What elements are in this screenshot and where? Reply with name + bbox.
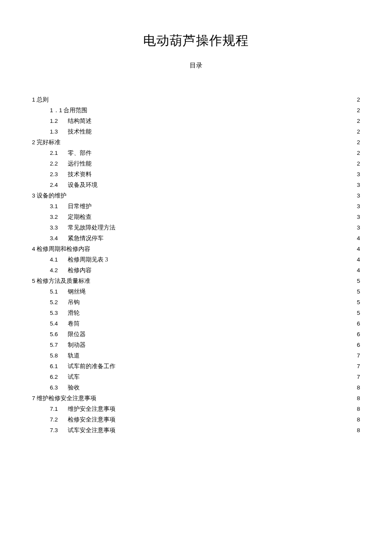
toc-entry-label: 结构简述: [68, 116, 92, 126]
toc-entry-page: 3: [356, 169, 360, 180]
toc-entry: 5.2吊钩5: [32, 297, 360, 308]
toc-entry: 4.2检修内容4: [32, 265, 360, 276]
toc-entry-page: 3: [356, 180, 360, 190]
toc-entry-number: 5.2: [50, 297, 68, 308]
toc-entry: 1.3技术性能2: [32, 126, 360, 137]
table-of-contents: 1总则21．1合用范围21.2结构简述21.3技术性能22完好标准22.1零、部…: [32, 94, 360, 436]
toc-entry: 1总则2: [32, 94, 360, 105]
toc-entry: 3设备的维护3: [32, 190, 360, 201]
toc-entry-label: 技术性能: [68, 126, 92, 137]
toc-entry-page: 4: [356, 265, 360, 276]
toc-entry-label: 轨道: [68, 350, 80, 361]
toc-entry-page: 3: [356, 190, 360, 201]
toc-entry-page: 3: [356, 222, 360, 233]
toc-entry-page: 2: [356, 158, 360, 169]
toc-entry-page: 5: [356, 308, 360, 318]
toc-entry-label: 零、部件: [68, 148, 92, 158]
toc-entry-label: 制动器: [68, 340, 86, 350]
toc-entry-number: 3.4: [50, 233, 68, 244]
toc-entry-label: 试车: [68, 372, 80, 382]
toc-entry-label: 卷筒: [68, 318, 80, 329]
toc-entry-label: 远行性能: [68, 158, 92, 169]
toc-entry-page: 7: [356, 350, 360, 361]
toc-entry: 3.3常见故障处理方法3: [32, 222, 360, 233]
toc-entry-page: 7: [356, 372, 360, 382]
toc-entry-label: 验收: [68, 382, 80, 393]
toc-entry-label: 钢丝绳: [68, 286, 86, 297]
toc-entry-number: 4.2: [50, 265, 68, 276]
toc-entry-page: 7: [356, 361, 360, 372]
toc-entry-page: 2: [356, 126, 360, 137]
toc-entry-page: 5: [356, 276, 360, 286]
toc-entry: 1．1合用范围2: [32, 105, 360, 116]
toc-entry-label: 滑轮: [68, 308, 80, 318]
toc-entry-number: 2.2: [50, 158, 68, 169]
toc-entry: 2.4设备及环境3: [32, 180, 360, 190]
document-subtitle: 目录: [32, 61, 360, 70]
toc-entry-number: 6.3: [50, 382, 68, 393]
toc-entry-label: 检修周期见表 3: [68, 254, 108, 265]
toc-entry-number: 7.2: [50, 414, 68, 425]
toc-entry-label: 常见故障处理方法: [68, 222, 115, 233]
toc-entry-label: 设备及环境: [68, 180, 98, 190]
toc-entry: 6.2试车7: [32, 372, 360, 382]
toc-entry: 2.1零、部件2: [32, 148, 360, 158]
toc-entry-number: 5.1: [50, 286, 68, 297]
toc-entry: 5.4卷筒6: [32, 318, 360, 329]
toc-entry: 5.8轨道7: [32, 350, 360, 361]
toc-entry: 3.1日常维护3: [32, 201, 360, 212]
toc-entry-page: 8: [356, 404, 360, 414]
toc-entry: 2完好标准2: [32, 137, 360, 148]
toc-entry-page: 5: [356, 297, 360, 308]
toc-entry-page: 2: [356, 94, 360, 105]
toc-entry-label: 紧急情况停车: [68, 233, 104, 244]
toc-entry-number: 4.1: [50, 254, 68, 265]
toc-entry-label: 检修内容: [68, 265, 92, 276]
toc-entry-page: 2: [356, 116, 360, 126]
toc-entry-label: 试车安全注意事项: [68, 425, 115, 436]
toc-entry-number: 7.1: [50, 404, 68, 414]
toc-entry-number: 5.4: [50, 318, 68, 329]
toc-entry-label: 2完好标准: [32, 137, 61, 148]
toc-entry-label: 试车前的准备工作: [68, 361, 115, 372]
toc-entry-page: 2: [356, 105, 360, 116]
toc-entry-page: 8: [356, 382, 360, 393]
toc-entry-page: 4: [356, 233, 360, 244]
toc-entry-label: 维护安全注意事项: [68, 404, 115, 414]
toc-entry-number: 2.4: [50, 180, 68, 190]
toc-entry-page: 6: [356, 318, 360, 329]
toc-entry: 3.4紧急情况停车4: [32, 233, 360, 244]
toc-entry-label: 4检修周期和检修内容: [32, 244, 90, 254]
toc-entry-number: 6.2: [50, 372, 68, 382]
toc-entry-page: 3: [356, 212, 360, 222]
toc-entry-page: 3: [356, 201, 360, 212]
toc-entry-number: 6.1: [50, 361, 68, 372]
toc-entry-label: 1．1合用范围: [50, 105, 87, 116]
toc-entry-page: 5: [356, 286, 360, 297]
toc-entry: 5检修方法及质量标准5: [32, 276, 360, 286]
toc-entry-label: 1总则: [32, 94, 49, 105]
toc-entry-number: 2.1: [50, 148, 68, 158]
toc-entry-number: 1.3: [50, 126, 68, 137]
toc-entry-number: 7.3: [50, 425, 68, 436]
toc-entry-number: 3.3: [50, 222, 68, 233]
toc-entry-label: 定期检查: [68, 212, 92, 222]
toc-entry-number: 2.3: [50, 169, 68, 180]
toc-entry-label: 3设备的维护: [32, 190, 66, 201]
toc-entry: 7维护检修安全注意事项8: [32, 393, 360, 404]
toc-entry-number: 5.6: [50, 329, 68, 340]
toc-entry-page: 4: [356, 254, 360, 265]
toc-entry: 6.1试车前的准备工作7: [32, 361, 360, 372]
toc-entry: 2.3技术资料3: [32, 169, 360, 180]
toc-entry-number: 5.7: [50, 340, 68, 350]
toc-entry: 4检修周期和检修内容4: [32, 244, 360, 254]
toc-entry-label: 检修安全注意事项: [68, 414, 115, 425]
toc-entry: 7.1维护安全注意事项8: [32, 404, 360, 414]
toc-entry: 5.1钢丝绳5: [32, 286, 360, 297]
toc-entry: 7.3试车安全注意事项8: [32, 425, 360, 436]
document-title: 电动葫芦操作规程: [32, 32, 360, 49]
toc-entry: 7.2检修安全注意事项8: [32, 414, 360, 425]
toc-entry-page: 4: [356, 244, 360, 254]
toc-entry-page: 6: [356, 329, 360, 340]
toc-entry-number: 1.2: [50, 116, 68, 126]
